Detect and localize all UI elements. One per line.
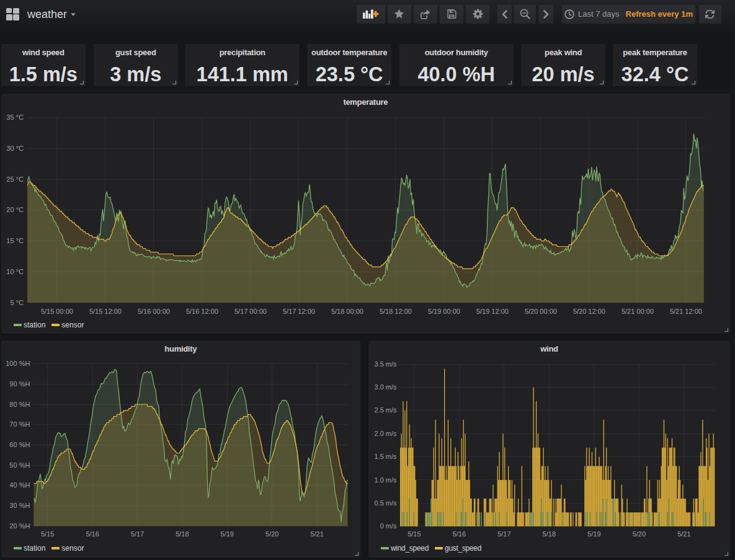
svg-text:5/17: 5/17: [131, 530, 144, 538]
svg-text:20 %H: 20 %H: [9, 522, 30, 530]
svg-text:5/18 12:00: 5/18 12:00: [380, 308, 412, 315]
svg-text:2.5 m/s: 2.5 m/s: [375, 406, 398, 414]
svg-text:5/20 00:00: 5/20 00:00: [525, 308, 557, 315]
svg-text:5/21 00:00: 5/21 00:00: [621, 308, 654, 315]
svg-text:5/15 12:00: 5/15 12:00: [89, 308, 122, 315]
svg-text:1.5 m/s: 1.5 m/s: [375, 453, 398, 460]
svg-text:30 %H: 30 %H: [9, 502, 30, 509]
svg-text:10 °C: 10 °C: [6, 268, 24, 275]
svg-text:35 °C: 35 °C: [6, 113, 24, 121]
svg-text:0.5 m/s: 0.5 m/s: [375, 499, 398, 507]
svg-text:5/15 00:00: 5/15 00:00: [41, 308, 73, 315]
svg-text:3.5 m/s: 3.5 m/s: [375, 360, 398, 368]
svg-text:15 °C: 15 °C: [6, 237, 24, 244]
svg-text:100 %H: 100 %H: [6, 360, 30, 367]
svg-text:25 °C: 25 °C: [6, 176, 24, 183]
svg-text:5/16: 5/16: [86, 530, 99, 538]
svg-text:20 °C: 20 °C: [6, 206, 24, 213]
svg-text:3.0 m/s: 3.0 m/s: [375, 383, 398, 391]
svg-text:2.0 m/s: 2.0 m/s: [375, 430, 398, 437]
svg-text:5/18: 5/18: [543, 530, 556, 538]
svg-text:5/21: 5/21: [310, 530, 323, 538]
svg-text:80 %H: 80 %H: [9, 401, 30, 408]
svg-text:5/21: 5/21: [678, 530, 691, 538]
svg-text:5/16 00:00: 5/16 00:00: [138, 308, 170, 315]
svg-text:5/16 12:00: 5/16 12:00: [186, 308, 218, 315]
svg-text:5/20: 5/20: [633, 530, 646, 538]
svg-text:5/16: 5/16: [453, 530, 466, 538]
svg-text:5/17: 5/17: [498, 530, 511, 538]
svg-text:70 %H: 70 %H: [9, 420, 30, 428]
svg-text:0 m/s: 0 m/s: [380, 522, 397, 530]
svg-text:5/20: 5/20: [265, 530, 278, 538]
svg-text:5/19 00:00: 5/19 00:00: [428, 308, 460, 315]
svg-text:90 %H: 90 %H: [9, 380, 30, 388]
svg-text:1.0 m/s: 1.0 m/s: [375, 476, 398, 484]
svg-text:5/17 00:00: 5/17 00:00: [234, 308, 267, 315]
svg-text:5/15: 5/15: [408, 530, 421, 538]
svg-text:30 °C: 30 °C: [6, 144, 24, 152]
svg-text:5/18: 5/18: [176, 530, 189, 538]
svg-text:50 %H: 50 %H: [9, 461, 30, 469]
svg-text:5/21 12:00: 5/21 12:00: [670, 308, 702, 315]
svg-text:5/19 12:00: 5/19 12:00: [476, 308, 509, 315]
svg-text:40 %H: 40 %H: [9, 481, 30, 489]
svg-text:60 %H: 60 %H: [9, 441, 30, 448]
svg-text:5/19: 5/19: [588, 530, 601, 538]
svg-text:5/17 12:00: 5/17 12:00: [283, 308, 315, 315]
svg-text:5/19: 5/19: [221, 530, 234, 538]
svg-text:5 °C: 5 °C: [10, 299, 24, 306]
svg-text:5/20 12:00: 5/20 12:00: [573, 308, 605, 315]
svg-text:5/18 00:00: 5/18 00:00: [331, 308, 363, 315]
svg-text:5/15: 5/15: [41, 530, 54, 538]
